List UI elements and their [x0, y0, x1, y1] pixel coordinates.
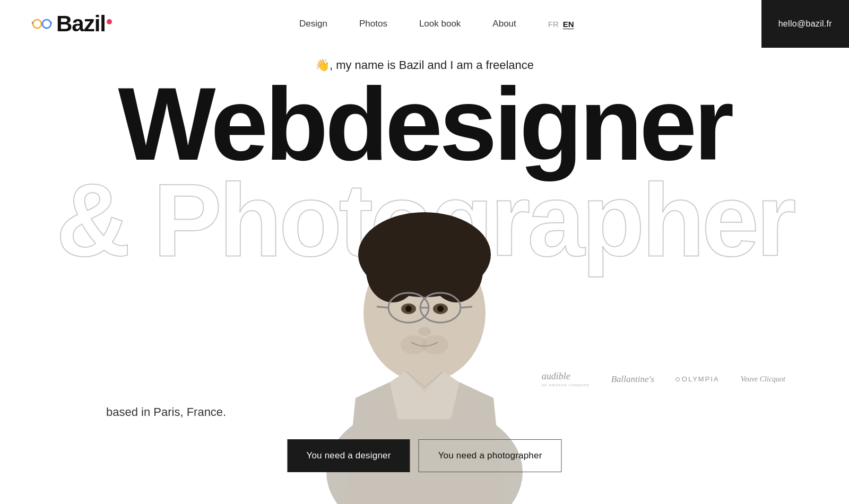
logo[interactable]: Bazil [32, 13, 112, 35]
svg-line-16 [461, 307, 472, 308]
svg-point-23 [422, 335, 448, 354]
svg-point-20 [437, 306, 444, 312]
brand-audible: audible an amazon company [542, 371, 590, 387]
based-text: based in Paris, France. [106, 405, 226, 419]
contact-button[interactable]: hello@bazil.fr [761, 0, 849, 48]
svg-point-19 [405, 306, 412, 312]
nav-about[interactable]: About [492, 19, 516, 29]
cta-photographer-button[interactable]: You need a photographer [419, 439, 562, 472]
svg-point-1 [42, 20, 51, 28]
logo-icon [32, 16, 52, 31]
cta-buttons: You need a designer You need a photograp… [287, 439, 561, 472]
nav-photos[interactable]: Photos [359, 19, 387, 29]
logo-dot [107, 19, 112, 24]
lang-en-button[interactable]: EN [563, 20, 574, 29]
brand-ballantines: Ballantine's [611, 374, 654, 385]
brand-olympia: OLYMPIA [675, 375, 720, 383]
site-header: Bazil Design Photos Look book About FR E… [0, 0, 849, 48]
svg-point-21 [418, 327, 431, 336]
main-nav: Design Photos Look book About FR EN [299, 19, 574, 29]
language-switcher: FR EN [548, 20, 574, 29]
brand-logos: audible an amazon company Ballantine's O… [542, 371, 785, 387]
svg-point-0 [33, 20, 41, 28]
svg-line-15 [377, 307, 388, 308]
brand-veuve: Veuve Clicquot [741, 375, 785, 384]
logo-wordmark: Bazil [56, 13, 106, 35]
nav-lookbook[interactable]: Look book [419, 19, 461, 29]
svg-point-11 [377, 239, 472, 292]
hero-section: 👋, my name is Bazil and I am a freelance… [0, 48, 849, 504]
lang-fr-button[interactable]: FR [548, 20, 559, 29]
cta-designer-button[interactable]: You need a designer [287, 439, 410, 472]
nav-design[interactable]: Design [299, 19, 327, 29]
